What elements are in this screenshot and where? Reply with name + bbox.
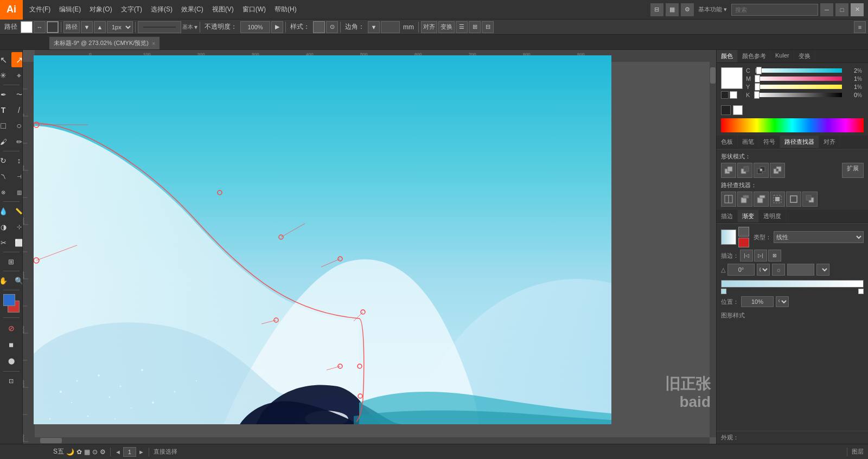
extra-btn2[interactable]: ⊞ — [469, 21, 481, 33]
search-input[interactable] — [731, 4, 818, 16]
minimize-btn[interactable]: ─ — [820, 3, 833, 16]
magic-wand-tool[interactable]: ✳ — [0, 68, 11, 83]
gradient-fill-btn[interactable]: ⬤ — [4, 353, 19, 368]
bottom-tool-1[interactable]: S五 — [53, 447, 64, 456]
paintbrush-tool[interactable]: 🖌 — [0, 134, 11, 149]
y-slider-thumb[interactable] — [755, 83, 760, 91]
menu-file[interactable]: 文件(F) — [25, 0, 55, 19]
arrange-icon[interactable]: ⊟ — [650, 3, 663, 16]
page-input[interactable] — [123, 447, 136, 457]
ellipse-tool[interactable]: ○ — [11, 118, 23, 133]
canvas-area[interactable]: 0 100 200 300 400 500 — [23, 50, 716, 444]
bottom-tool-4[interactable]: ▦ — [84, 448, 90, 456]
grad-edge-btn1[interactable]: |◁ — [740, 250, 753, 262]
fg-large-swatch[interactable] — [721, 67, 743, 89]
layout-icon[interactable]: ▦ — [666, 3, 679, 16]
layers-proxy-btn[interactable]: ⊡ — [4, 373, 19, 388]
align-btn[interactable]: 对齐 — [421, 21, 437, 33]
bottom-tool-2[interactable]: 🌙 — [66, 448, 74, 456]
bottom-tool-3[interactable]: ✿ — [76, 448, 82, 456]
style-swatch[interactable] — [313, 21, 325, 33]
gradient-tool[interactable]: ◑ — [0, 219, 11, 234]
reflect-tool[interactable]: ↕ — [11, 153, 23, 168]
fill-swatch[interactable] — [21, 21, 33, 33]
select-tool[interactable]: ↖ — [0, 52, 11, 67]
exclude-btn[interactable] — [770, 163, 785, 178]
nav-prev[interactable]: ◄ — [115, 449, 121, 455]
text-tool[interactable]: T — [0, 103, 11, 118]
panel-toggle[interactable]: ≡ — [854, 21, 866, 33]
stop-right[interactable] — [858, 289, 864, 294]
tab-transform[interactable]: 变换 — [794, 50, 815, 62]
tab-kuler[interactable]: Kuler — [771, 50, 794, 62]
corner-down[interactable]: ▼ — [368, 21, 380, 33]
minus-back-btn[interactable] — [802, 192, 818, 207]
angle-input[interactable] — [727, 264, 755, 276]
crop-btn[interactable] — [770, 192, 785, 207]
corner-input[interactable]: 0 — [381, 21, 400, 33]
opacity-arrow[interactable]: ▶ — [271, 21, 283, 33]
opacity-input[interactable] — [240, 21, 270, 33]
nav-next[interactable]: ► — [138, 449, 144, 455]
close-btn[interactable]: ✕ — [851, 3, 864, 16]
angle-dropdown[interactable]: 0 — [757, 264, 770, 276]
expand-btn[interactable]: 扩展 — [842, 163, 864, 178]
zoom-tool[interactable]: 🔍 — [11, 273, 23, 288]
warp-tool[interactable]: 〽 — [0, 169, 11, 184]
mini-bg[interactable] — [733, 105, 743, 115]
measure-tool[interactable]: 📏 — [11, 203, 23, 219]
maximize-btn[interactable]: □ — [835, 3, 848, 16]
lock-bg-swatch[interactable] — [730, 91, 737, 99]
m-slider-thumb[interactable] — [755, 75, 760, 82]
rect-tool[interactable]: □ — [0, 118, 11, 133]
mesh-tool[interactable]: ⊹ — [11, 219, 23, 234]
menu-help[interactable]: 帮助(H) — [270, 0, 301, 19]
divide-btn[interactable] — [721, 192, 736, 207]
trim-btn[interactable] — [737, 192, 752, 207]
lock-fg-swatch[interactable] — [721, 91, 729, 99]
tab-align[interactable]: 对齐 — [819, 136, 840, 148]
spectrum-bar[interactable] — [721, 118, 864, 132]
menu-text[interactable]: 文字(T) — [117, 0, 146, 19]
gradient-bar[interactable] — [721, 280, 864, 288]
menu-edit[interactable]: 编辑(E) — [55, 0, 85, 19]
color-fill-btn[interactable]: ◼ — [4, 337, 19, 352]
outline-btn[interactable] — [786, 192, 801, 207]
tab-close-btn[interactable]: × — [152, 40, 155, 47]
tab-color[interactable]: 颜色 — [717, 50, 738, 62]
tab-transparency[interactable]: 透明度 — [759, 210, 786, 222]
menu-select[interactable]: 选择(S) — [146, 0, 177, 19]
unite-btn[interactable] — [721, 163, 736, 178]
mini-fg[interactable] — [721, 105, 731, 115]
location-input[interactable]: 10% — [741, 296, 774, 307]
menu-effect[interactable]: 效果(C) — [177, 0, 208, 19]
stroke-toggle-btn[interactable]: ↔ — [34, 21, 46, 33]
stroke-swatch[interactable] — [47, 21, 59, 33]
menu-window[interactable]: 窗口(W) — [238, 0, 270, 19]
blend-tool[interactable]: ⊗ — [0, 184, 11, 200]
gradient-type-select[interactable]: 线性 径向 — [774, 231, 864, 243]
intersect-btn[interactable] — [754, 163, 769, 178]
k-slider[interactable] — [756, 93, 842, 97]
weight-up[interactable]: ▲ — [94, 21, 106, 33]
grad-edge-btn2[interactable]: ▷| — [754, 250, 767, 262]
scissors-tool[interactable]: ✂ — [0, 235, 11, 250]
extra-btn3[interactable]: ⊟ — [482, 21, 494, 33]
bottom-tool-6[interactable]: ⚙ — [100, 448, 106, 456]
transform-btn[interactable]: 变换 — [438, 21, 455, 33]
desc-btn[interactable]: 路径 — [63, 21, 80, 33]
tab-stroke[interactable]: 描边 — [717, 210, 738, 222]
c-slider-thumb[interactable] — [756, 67, 762, 74]
tab-brushes[interactable]: 画笔 — [738, 136, 759, 148]
grad-edge-btn3[interactable]: ⊠ — [768, 250, 781, 262]
location-dropdown[interactable]: % — [776, 296, 789, 307]
tab-gradient[interactable]: 渐变 — [738, 210, 759, 222]
gradient-preview-swatch[interactable] — [721, 229, 736, 245]
merge-btn[interactable] — [754, 192, 769, 207]
width-tool[interactable]: ⊣ — [11, 169, 23, 184]
stop-left[interactable] — [721, 289, 726, 294]
grad-type-fill-btn[interactable] — [738, 227, 749, 237]
line-tool[interactable]: / — [11, 103, 23, 118]
fill-color-swatch[interactable] — [3, 294, 15, 306]
grad-type-stroke-btn[interactable] — [738, 238, 749, 247]
